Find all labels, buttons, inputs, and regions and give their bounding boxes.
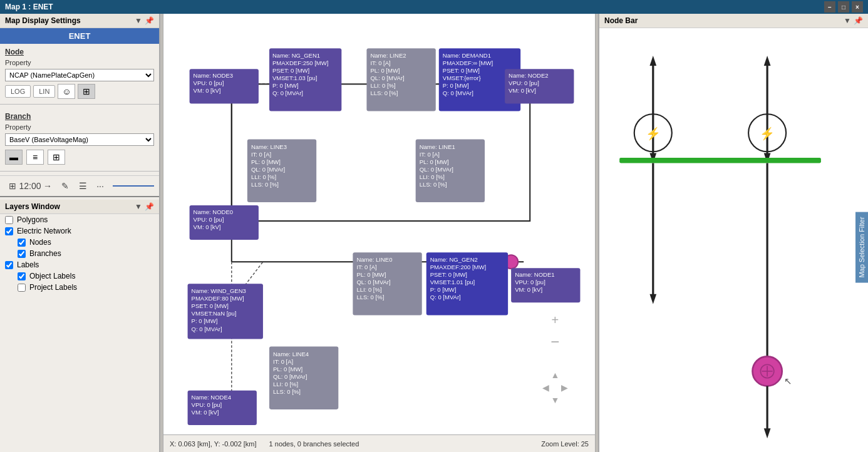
svg-text:LLS: 0 [%]: LLS: 0 [%]	[356, 294, 384, 300]
svg-text:Name: LINE4: Name: LINE4	[273, 351, 309, 357]
layers-title: Layers Window	[5, 202, 60, 211]
map-toolbar: ⊞ 12:00 → ✎ ☰ ···	[0, 175, 159, 196]
minimize-button[interactable]: −	[824, 1, 835, 13]
table-icon[interactable]: ⊞	[78, 84, 95, 99]
panel-title: Map Display Settings	[5, 16, 81, 25]
svg-text:VM: 0 [kV]: VM: 0 [kV]	[515, 286, 542, 293]
map-canvas[interactable]: Name: NODE3 VPU: 0 [pu] VM: 0 [kV] Name:…	[163, 14, 595, 434]
svg-text:▼: ▼	[550, 395, 559, 405]
list-lines-icon[interactable]: ≡	[26, 150, 44, 165]
node-property-select[interactable]: NCAP (NamePlateCapGen)	[5, 69, 154, 81]
node-bar-pin-icon[interactable]: 📌	[854, 16, 863, 25]
layer-branches: Branches	[0, 248, 159, 259]
nodes-label: Nodes	[29, 238, 51, 247]
svg-text:⚡: ⚡	[760, 126, 775, 141]
branch-property-select[interactable]: BaseV (BaseVoltageMag)	[5, 133, 154, 146]
map-display-settings-header: Map Display Settings ▼ 📌	[0, 14, 159, 28]
svg-text:VMSET:{error}: VMSET:{error}	[443, 74, 481, 81]
svg-text:Name: NODE2: Name: NODE2	[509, 72, 548, 79]
project-labels-label: Project Labels	[29, 283, 77, 292]
enet-button[interactable]: ENET	[0, 28, 159, 44]
node-bar-diagram: ⚡ ⚡ ↖	[599, 28, 868, 452]
svg-text:PSET: 0 [MW]: PSET: 0 [MW]	[430, 271, 467, 278]
grid-icon[interactable]: ⊞	[5, 178, 20, 193]
table2-icon[interactable]: ⊞	[48, 150, 65, 165]
svg-text:Name: NODE0: Name: NODE0	[194, 208, 233, 215]
svg-rect-102	[599, 29, 868, 452]
layer-electric-network: Electric Network	[0, 225, 159, 237]
svg-text:Q: 0 [MVAr]: Q: 0 [MVAr]	[430, 294, 461, 300]
layer-labels: Labels	[0, 259, 159, 270]
svg-text:VPU: 0 [pu]: VPU: 0 [pu]	[192, 401, 222, 408]
svg-text:P: 0 [MW]: P: 0 [MW]	[430, 286, 457, 293]
svg-text:PSET: 0 [MW]: PSET: 0 [MW]	[443, 67, 480, 74]
close-button[interactable]: ×	[852, 1, 863, 13]
lin-button[interactable]: LIN	[33, 85, 55, 98]
svg-text:Name: NODE4: Name: NODE4	[192, 394, 232, 401]
svg-text:LLI: 0 [%]: LLI: 0 [%]	[251, 173, 276, 180]
svg-text:Name: NODE3: Name: NODE3	[194, 72, 233, 79]
svg-rect-114	[619, 158, 821, 163]
node-property-label: Property	[0, 58, 159, 68]
svg-text:PSET: 0 [MW]: PSET: 0 [MW]	[272, 67, 309, 74]
branches-label: Branches	[29, 249, 61, 258]
svg-text:VM: 0 [kV]: VM: 0 [kV]	[509, 87, 536, 94]
branches-checkbox[interactable]	[18, 250, 26, 258]
labels-label: Labels	[17, 260, 39, 269]
svg-text:VMSET:1.03 [pu]: VMSET:1.03 [pu]	[272, 74, 317, 81]
svg-text:PL: 0 [MW]: PL: 0 [MW]	[273, 366, 302, 372]
layer-object-labels: Object Labels	[0, 270, 159, 282]
time-label[interactable]: 12:00	[23, 178, 38, 193]
nodes-checkbox[interactable]	[18, 239, 26, 247]
svg-text:QL: 0 [MVAr]: QL: 0 [MVAr]	[251, 166, 285, 173]
branch-section-title: Branch	[0, 108, 159, 122]
status-bar: X: 0.063 [km], Y: -0.002 [km] 1 nodes, 0…	[163, 434, 595, 452]
svg-text:LLS: 0 [%]: LLS: 0 [%]	[420, 181, 447, 188]
node-bar-chevron-icon[interactable]: ▼	[844, 16, 851, 25]
maximize-button[interactable]: □	[838, 1, 849, 13]
project-labels-checkbox[interactable]	[18, 284, 26, 292]
svg-text:Name: LINE0: Name: LINE0	[356, 256, 392, 263]
layers-chevron-icon[interactable]: ▼	[135, 202, 142, 211]
face-icon[interactable]: ☺	[58, 84, 75, 99]
object-labels-label: Object Labels	[29, 272, 75, 280]
svg-text:Name: LINE3: Name: LINE3	[251, 143, 287, 150]
svg-text:VM: 0 [kV]: VM: 0 [kV]	[194, 223, 221, 230]
svg-text:P: 0 [MW]: P: 0 [MW]	[192, 317, 218, 324]
arrow-right-icon[interactable]: →	[40, 178, 55, 193]
svg-text:−: −	[550, 333, 559, 350]
svg-text:Q: 0 [MVAr]: Q: 0 [MVAr]	[443, 90, 473, 96]
title-bar: Map 1 : ENET − □ ×	[0, 0, 868, 14]
window-title: Map 1 : ENET	[5, 3, 53, 11]
layers-window-header: Layers Window ▼ 📌	[0, 200, 159, 214]
svg-text:PL: 0 [MW]: PL: 0 [MW]	[251, 158, 281, 165]
list-icon[interactable]: ☰	[75, 178, 90, 193]
svg-text:PL: 0 [MW]: PL: 0 [MW]	[356, 271, 386, 278]
svg-text:QL: 0 [MVAr]: QL: 0 [MVAr]	[356, 279, 390, 285]
edit-icon[interactable]: ✎	[58, 178, 73, 193]
svg-text:LLS: 0 [%]: LLS: 0 [%]	[370, 90, 398, 96]
labels-checkbox[interactable]	[5, 261, 13, 269]
log-button[interactable]: LOG	[5, 85, 31, 98]
layers-pin-icon[interactable]: 📌	[145, 202, 154, 211]
svg-text:LLI: 0 [%]: LLI: 0 [%]	[420, 173, 445, 180]
svg-text:P: 0 [MW]: P: 0 [MW]	[272, 82, 299, 89]
svg-text:LLI: 0 [%]: LLI: 0 [%]	[273, 381, 298, 388]
svg-text:VPU: 0 [pu]: VPU: 0 [pu]	[194, 216, 224, 223]
svg-text:VPU: 0 [pu]: VPU: 0 [pu]	[509, 80, 539, 86]
title-bar-buttons: − □ ×	[824, 1, 863, 13]
object-labels-checkbox[interactable]	[18, 272, 26, 280]
svg-text:Name: LINE1: Name: LINE1	[420, 143, 455, 150]
svg-text:LLI: 0 [%]: LLI: 0 [%]	[370, 82, 395, 89]
map-selection-filter-tab[interactable]: Map Selection Filter	[855, 212, 868, 282]
svg-text:+: +	[551, 313, 559, 327]
svg-text:Name: NG_GEN2: Name: NG_GEN2	[430, 256, 478, 263]
bar-chart-icon[interactable]: ▬	[5, 150, 23, 165]
polygons-checkbox[interactable]	[5, 216, 13, 224]
zoom-text: Zoom Level: 25	[541, 440, 589, 448]
panel-pin-icon[interactable]: 📌	[145, 16, 154, 25]
more-icon[interactable]: ···	[93, 178, 108, 193]
electric-network-checkbox[interactable]	[5, 227, 13, 235]
svg-text:▶: ▶	[561, 383, 568, 393]
panel-chevron-icon[interactable]: ▼	[135, 16, 142, 25]
